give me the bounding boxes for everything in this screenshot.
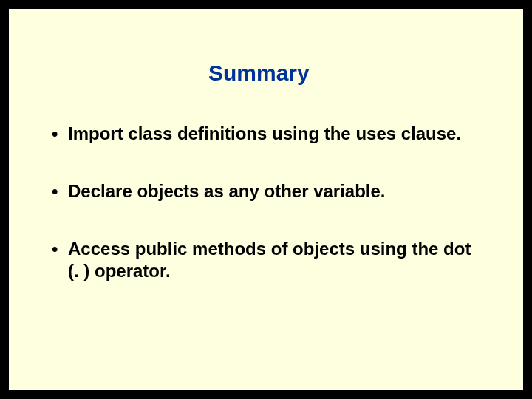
slide-title: Summary [46,61,486,86]
list-item: Declare objects as any other variable. [46,180,486,202]
bullet-list: Import class definitions using the uses … [46,123,486,282]
list-item: Access public methods of objects using t… [46,238,486,282]
list-item: Import class definitions using the uses … [46,123,486,145]
slide: Summary Import class definitions using t… [9,9,523,390]
